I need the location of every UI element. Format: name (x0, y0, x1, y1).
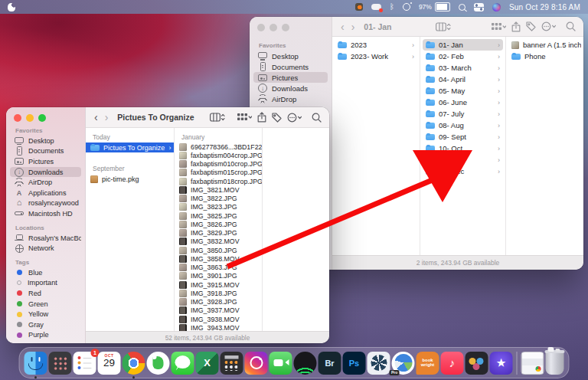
column-row-folder[interactable]: 02- Feb › (423, 51, 503, 62)
zoom-button[interactable] (282, 24, 289, 31)
dock-icon-bookwright[interactable]: book wright (416, 352, 439, 375)
file-row-mov[interactable]: IMG_3943.MOV (175, 323, 262, 331)
minimize-button[interactable] (270, 24, 277, 31)
group-by-icon[interactable] (237, 113, 252, 122)
sidebar-item-hd[interactable]: Macintosh HD (10, 208, 81, 219)
file-row-jpg[interactable]: IMG_3850.JPG (175, 246, 262, 254)
dock-icon-instagram[interactable] (245, 352, 268, 375)
dock-icon-excel[interactable]: X (196, 352, 219, 375)
file-row-jpg[interactable]: IMG_3822.JPG (175, 195, 262, 203)
dock-icon-davinci-resolve[interactable] (466, 352, 488, 375)
sidebar-item-airdrop[interactable]: AirDrop (10, 177, 81, 188)
file-row-jpg[interactable]: IMG_3918.JPG (175, 289, 262, 297)
column-row-folder[interactable]: 04- April › (423, 74, 503, 85)
file-row-mov[interactable]: IMG_3937.MOV (175, 306, 262, 315)
file-row-mov[interactable]: IMG_3938.MOV (175, 315, 262, 323)
close-button[interactable] (257, 24, 265, 31)
sidebar-item-applications[interactable]: Applications (10, 188, 81, 198)
status-display[interactable] (403, 2, 410, 12)
search-icon[interactable] (566, 21, 576, 31)
sidebar-tag[interactable]: Green (10, 299, 81, 310)
share-icon[interactable] (511, 21, 521, 32)
sidebar-tag[interactable]: Purple (10, 330, 81, 341)
status-sync-cloud[interactable] (371, 2, 381, 12)
sidebar-item-airdrop[interactable]: AirDrop (253, 93, 328, 104)
column-row-folder[interactable]: 05- May › (423, 85, 503, 97)
file-row-jpg[interactable]: 6962778366...3BD1F224.JPG (175, 142, 262, 151)
front-toolbar[interactable]: ‹ › Pictues To Organize (86, 107, 329, 128)
zoom-button[interactable] (38, 114, 46, 122)
minimize-button[interactable] (26, 114, 34, 122)
sidebar-tag[interactable]: Yellow (10, 309, 81, 319)
file-row-jpg[interactable]: IMG_3863.JPG (175, 264, 262, 272)
sidebar-item-laptop[interactable]: Rosalyn's MacBook... (10, 233, 81, 244)
more-actions-icon[interactable] (287, 113, 302, 123)
column-row-folder[interactable]: 06- June › (423, 97, 503, 108)
file-row-jpg[interactable]: IMG_3826.JPG (175, 220, 262, 228)
dock-icon-photoshop[interactable]: Ps (343, 352, 366, 375)
sidebar-item-home[interactable]: rosalyncaywood (10, 198, 81, 209)
status-app-badge[interactable] (355, 2, 363, 12)
status-control-center[interactable] (474, 2, 484, 12)
file-row-jpg[interactable]: IMG_3823.JPG (175, 203, 262, 211)
dock-icon-bridge[interactable]: Br (318, 352, 341, 375)
sidebar-item-desktop[interactable]: Desktop (253, 51, 328, 61)
column-row-folder[interactable]: 2023 › (335, 39, 417, 51)
file-row-jpg[interactable]: faxbaptism010crop.JPG (175, 160, 262, 169)
sidebar-item-desktop[interactable]: Desktop (10, 136, 81, 146)
view-mode-icon[interactable] (210, 113, 225, 122)
dock-icon-trash[interactable] (546, 352, 564, 375)
dock-icon-finder[interactable] (24, 352, 47, 375)
column-row-package[interactable]: pic-time.pkg (86, 174, 174, 184)
more-actions-icon[interactable] (541, 21, 556, 31)
menu-bar-clock[interactable]: Sun Oct 29 8:16 AM (509, 3, 580, 11)
dock-icon-minimized-window[interactable] (521, 352, 544, 375)
group-by-icon[interactable] (492, 22, 506, 31)
dock-icon-music[interactable] (441, 352, 464, 375)
column-row-folder[interactable]: 12- Dec › (423, 165, 503, 177)
file-row-jpg[interactable]: faxbaptism018crop.JPG (175, 177, 262, 185)
dock-icon-messages[interactable] (172, 352, 194, 375)
dock-icon-reminders[interactable]: 1 (74, 352, 96, 375)
column-row-folder[interactable]: 03- March › (423, 62, 503, 74)
finder-window-front[interactable]: Favorites Desktop Documents Pictures Dow… (6, 107, 329, 343)
sidebar-item-downloads[interactable]: Downloads (10, 167, 81, 178)
file-row-jpg[interactable]: faxbaptism004crop.JPG (175, 151, 262, 159)
share-icon[interactable] (257, 112, 266, 123)
close-button[interactable] (14, 114, 21, 122)
forward-nav-icon[interactable]: › (351, 21, 356, 32)
back-nav-icon[interactable]: ‹ (93, 112, 99, 123)
sidebar-item-pictures[interactable]: Pictures (10, 156, 81, 167)
file-row-mov[interactable]: IMG_3821.MOV (175, 185, 262, 194)
column-row-folder[interactable]: 10- Oct › (423, 142, 503, 154)
sidebar-tag[interactable]: Gray (10, 319, 81, 330)
column-row-folder[interactable]: 01- Jan › (423, 39, 503, 51)
dock-icon-shutter[interactable] (368, 352, 390, 375)
status-battery[interactable]: 97% (419, 2, 450, 12)
file-row-jpg[interactable]: IMG_3928.JPG (175, 298, 262, 306)
back-toolbar[interactable]: ‹ › 01- Jan (332, 17, 583, 37)
file-row-mov[interactable]: IMG_3858.MOV (175, 254, 262, 263)
column-row-folder[interactable]: Phone (508, 51, 581, 62)
dock-icon-calendar[interactable]: OCT 29 (98, 352, 121, 375)
file-row-jpg[interactable]: IMG_3829.JPG (175, 229, 262, 238)
apple-logo-icon[interactable] (8, 3, 15, 11)
sidebar-item-network[interactable]: Network (10, 243, 81, 254)
sidebar-item-pictures[interactable]: Pictures (253, 72, 328, 83)
status-siri[interactable] (492, 2, 501, 12)
dock-icon-evernote[interactable] (147, 352, 170, 375)
dock-icon-launchpad[interactable] (49, 352, 72, 375)
dock-icon-spotify[interactable] (294, 352, 317, 375)
file-row-jpg[interactable]: IMG_3901.JPG (175, 272, 262, 280)
dock-icon-imovie[interactable]: ★ (490, 352, 513, 375)
column-row-folder[interactable]: 07- July › (423, 108, 503, 120)
file-row-mov[interactable]: IMG_3832.MOV (175, 238, 262, 246)
file-row-jpg[interactable]: IMG_3825.JPG (175, 211, 262, 220)
sidebar-item-downloads[interactable]: Downloads (253, 83, 328, 93)
dock-icon-chrome[interactable] (122, 352, 145, 375)
status-spotlight[interactable] (459, 2, 466, 12)
tag-icon[interactable] (272, 113, 282, 123)
dock-icon-google-earth[interactable]: Pro (392, 352, 415, 375)
column-row-folder[interactable]: 11- Nov › (423, 154, 503, 165)
file-row-jpg[interactable]: faxbaptism015crop.JPG (175, 169, 262, 177)
